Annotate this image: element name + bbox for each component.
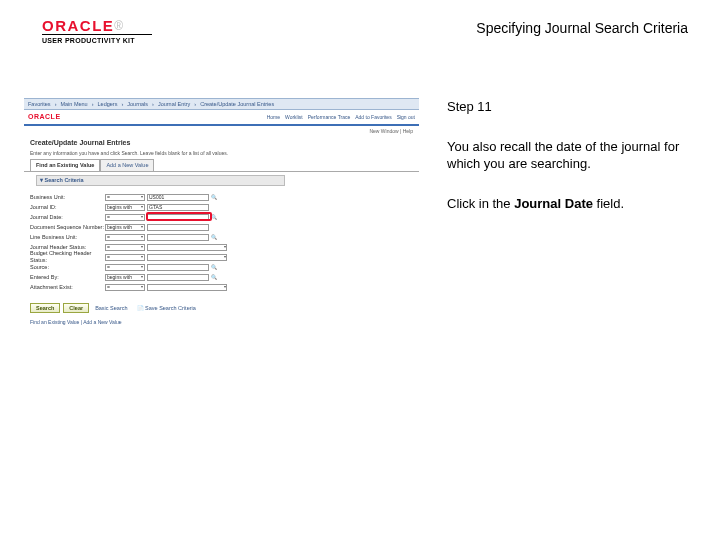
field-label: Line Business Unit: (30, 234, 105, 241)
operator-select[interactable]: = (105, 264, 145, 271)
toplink[interactable]: Sign out (397, 114, 415, 120)
form-row: Journal Date:=🔍 (30, 213, 413, 222)
embedded-screenshot: Favorites› Main Menu› Ledgers› Journals›… (24, 98, 419, 328)
form-row: Source:=🔍 (30, 263, 413, 272)
lookup-icon[interactable]: 🔍 (210, 274, 217, 281)
content-row: Favorites› Main Menu› Ledgers› Journals›… (0, 50, 720, 328)
field-label: Entered By: (30, 274, 105, 281)
operator-select[interactable]: = (105, 284, 145, 291)
tab-add-new[interactable]: Add a New Value (100, 159, 154, 171)
form-row: Journal ID:begins withGTAS (30, 203, 413, 212)
toplink[interactable]: Worklist (285, 114, 303, 120)
oracle-logo-r: ® (114, 20, 123, 32)
form-row: Line Business Unit:=🔍 (30, 233, 413, 242)
form-row: Attachment Exist:=▾ (30, 283, 413, 292)
button-row: Search Clear Basic Search 📄 Save Search … (24, 297, 419, 316)
field-label: Journal Header Status: (30, 244, 105, 251)
crumb-item[interactable]: Journal Entry (158, 101, 190, 108)
form-row: Entered By:begins with🔍 (30, 273, 413, 282)
search-form: Business Unit:=US001🔍Journal ID:begins w… (24, 189, 419, 297)
clear-button[interactable]: Clear (63, 303, 89, 314)
app-page-desc: Enter any information you have and click… (24, 150, 419, 159)
value-input[interactable]: GTAS (147, 204, 209, 211)
app-oracle-logo: ORACLE (28, 113, 61, 121)
lookup-icon[interactable]: 🔍 (210, 264, 217, 271)
crumb-item[interactable]: Main Menu (60, 101, 87, 108)
journal-date-bold: Journal Date (514, 196, 593, 211)
operator-select[interactable]: = (105, 214, 145, 221)
breadcrumb-bar: Favorites› Main Menu› Ledgers› Journals›… (24, 98, 419, 110)
value-input[interactable]: US001 (147, 194, 209, 201)
oracle-logo-block: ORACLE ® USER PRODUCTIVITY KIT (42, 18, 152, 44)
tab-find-existing[interactable]: Find an Existing Value (30, 159, 100, 171)
crumb-item[interactable]: Create/Update Journal Entries (200, 101, 274, 108)
status-row: New Window | Help (24, 126, 419, 136)
field-label: Source: (30, 264, 105, 271)
toplink[interactable]: Add to Favorites (355, 114, 391, 120)
crumb-item[interactable]: Ledgers (98, 101, 118, 108)
logo-divider (42, 34, 152, 35)
page-header: ORACLE ® USER PRODUCTIVITY KIT Specifyin… (0, 0, 720, 50)
status-links[interactable]: New Window | Help (369, 128, 413, 134)
value-input[interactable]: ▾ (147, 254, 227, 261)
basic-search-link[interactable]: Basic Search (92, 304, 130, 313)
value-input[interactable] (147, 224, 209, 231)
tab-strip: Find an Existing Value Add a New Value (24, 159, 419, 172)
app-top-links: Home Worklist Performance Trace Add to F… (267, 114, 415, 120)
operator-select[interactable]: = (105, 234, 145, 241)
field-label: Document Sequence Number: (30, 224, 105, 231)
crumb-item[interactable]: Favorites (28, 101, 51, 108)
step-number: Step 11 (447, 98, 692, 116)
footer-tabs[interactable]: Find an Existing Value | Add a New Value (24, 315, 419, 329)
operator-select[interactable]: = (105, 254, 145, 261)
field-label: Attachment Exist: (30, 284, 105, 291)
field-label: Journal Date: (30, 214, 105, 221)
toplink[interactable]: Home (267, 114, 280, 120)
value-input[interactable] (147, 274, 209, 281)
operator-select[interactable]: = (105, 244, 145, 251)
lookup-icon[interactable]: 🔍 (210, 234, 217, 241)
form-row: Budget Checking Header Status:=▾ (30, 253, 413, 262)
value-input[interactable] (147, 234, 209, 241)
search-button[interactable]: Search (30, 303, 60, 314)
instruction-text: You also recall the date of the journal … (447, 138, 692, 173)
instruction-click: Click in the Journal Date field. (447, 195, 692, 213)
lookup-icon[interactable]: 🔍 (210, 194, 217, 201)
toplink[interactable]: Performance Trace (308, 114, 351, 120)
instruction-panel: Step 11 You also recall the date of the … (447, 98, 692, 328)
operator-select[interactable]: begins with (105, 224, 145, 231)
operator-select[interactable]: begins with (105, 204, 145, 211)
form-row: Business Unit:=US001🔍 (30, 193, 413, 202)
value-input[interactable]: ▾ (147, 244, 227, 251)
search-criteria-header: ▾ Search Criteria (24, 172, 419, 189)
oracle-logo: ORACLE (42, 18, 114, 33)
crumb-item[interactable]: Journals (127, 101, 148, 108)
operator-select[interactable]: begins with (105, 274, 145, 281)
app-page-title: Create/Update Journal Entries (24, 136, 419, 150)
save-search-link[interactable]: 📄 Save Search Criteria (134, 304, 199, 313)
operator-select[interactable]: = (105, 194, 145, 201)
page-title: Specifying Journal Search Criteria (476, 18, 692, 36)
highlight-callout (146, 212, 212, 221)
field-label: Business Unit: (30, 194, 105, 201)
kit-label: USER PRODUCTIVITY KIT (42, 37, 152, 44)
value-input[interactable]: ▾ (147, 284, 227, 291)
field-label: Journal ID: (30, 204, 105, 211)
app-second-bar: ORACLE Home Worklist Performance Trace A… (24, 110, 419, 126)
value-input[interactable] (147, 264, 209, 271)
form-row: Document Sequence Number:begins with (30, 223, 413, 232)
